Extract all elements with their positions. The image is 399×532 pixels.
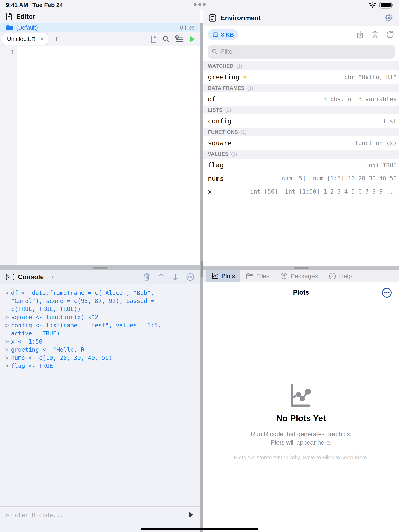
env-variable-row[interactable]: xint [50] int [1:50] 1 2 3 4 5 6 7 8 9 .… bbox=[203, 185, 399, 198]
battery-icon bbox=[379, 1, 394, 9]
env-variable-name: x bbox=[208, 188, 212, 196]
search-icon bbox=[212, 49, 218, 55]
tab-untitled1[interactable]: Untitled1.R × bbox=[2, 33, 48, 45]
trash-icon[interactable] bbox=[371, 30, 379, 39]
filter-input[interactable]: Filter bbox=[208, 45, 395, 59]
environment-plots-pane: Environment 3 KB bbox=[203, 10, 399, 532]
divider-handle[interactable] bbox=[294, 267, 309, 269]
env-section-name: LISTS bbox=[208, 107, 222, 113]
editor-title: Editor bbox=[16, 13, 35, 20]
run-input-icon[interactable] bbox=[188, 512, 194, 518]
env-variable-row[interactable]: numsnum [5] num [1:5] 10 20 30 40 50 bbox=[203, 172, 399, 185]
star-icon: ★ bbox=[242, 74, 247, 80]
editor-console-pane: Editor (Default) 0 files Untitled1.R × + bbox=[0, 10, 201, 532]
env-section-count: (1) bbox=[236, 63, 242, 69]
memory-value: 3 KB bbox=[221, 32, 234, 38]
env-variable-name: greeting bbox=[208, 73, 240, 81]
console-prompt: > bbox=[5, 354, 11, 362]
gear-icon[interactable] bbox=[384, 13, 393, 23]
tab-files[interactable]: Files bbox=[241, 270, 275, 282]
env-variable-value: num [5] num [1:5] 10 20 30 40 50 bbox=[281, 175, 397, 182]
new-file-icon[interactable] bbox=[151, 35, 157, 43]
console-code: x <- 1:50 bbox=[11, 337, 43, 346]
divider-handle[interactable] bbox=[93, 266, 108, 269]
console-code: square <- function(x) x^2 bbox=[11, 313, 98, 321]
refresh-icon[interactable] bbox=[386, 30, 394, 39]
search-icon[interactable] bbox=[162, 35, 170, 43]
terminal-icon bbox=[6, 273, 14, 280]
line-number: 1 bbox=[0, 49, 14, 56]
env-section-name: VALUES bbox=[208, 151, 228, 157]
tab-plots[interactable]: Plots bbox=[206, 270, 241, 282]
tab-label: Files bbox=[256, 272, 269, 280]
env-variable-row[interactable]: configlist bbox=[203, 114, 399, 127]
plots-panel-title: Plots bbox=[203, 289, 399, 296]
env-section-header: VALUES(3) bbox=[203, 150, 399, 158]
export-icon[interactable] bbox=[356, 30, 364, 39]
multitask-dots-icon[interactable] bbox=[194, 3, 206, 6]
console-line: >x <- 1:50 bbox=[5, 337, 197, 346]
env-variable-value: logi TRUE bbox=[365, 162, 397, 169]
pane-divider[interactable] bbox=[201, 23, 203, 532]
plots-empty-state: No Plots Yet Run R code that generates g… bbox=[203, 384, 399, 461]
chart-icon bbox=[211, 272, 219, 280]
package-icon bbox=[280, 272, 288, 280]
console-body[interactable]: >df <- data.frame(name = c("Alice", "Bob… bbox=[0, 284, 201, 532]
env-section-header: DATA FRAMES(1) bbox=[203, 83, 399, 92]
console-line: c(TRUE, TRUE, TRUE)) bbox=[5, 305, 197, 313]
panel-tab-bar: PlotsFilesPackages?Help bbox=[203, 270, 399, 282]
empty-state-title: No Plots Yet bbox=[203, 413, 399, 423]
env-variable-name: config bbox=[208, 117, 232, 125]
editor-console-divider[interactable] bbox=[0, 265, 201, 270]
folder-icon bbox=[246, 273, 254, 279]
status-icons bbox=[368, 1, 394, 9]
tab-packages[interactable]: Packages bbox=[275, 270, 323, 282]
env-variable-row[interactable]: greeting★chr "Hello, R!" bbox=[203, 70, 399, 83]
insert-icon[interactable] bbox=[175, 35, 184, 43]
pane-divider-handle[interactable] bbox=[201, 260, 203, 277]
tab-label: Untitled1.R bbox=[7, 36, 36, 42]
editor-body[interactable]: 1 bbox=[0, 46, 201, 265]
environment-variable-list: WATCHED(1)greeting★chr "Hello, R!"DATA F… bbox=[203, 62, 399, 198]
env-variable-row[interactable]: squarefunction (x) bbox=[203, 136, 399, 150]
env-section-count: (1) bbox=[225, 107, 231, 113]
arrow-up-icon[interactable] bbox=[157, 273, 165, 281]
console-prompt: > bbox=[5, 289, 11, 297]
env-section-name: FUNCTIONS bbox=[208, 129, 238, 135]
home-indicator[interactable] bbox=[140, 528, 259, 531]
wifi-icon bbox=[368, 2, 377, 8]
env-variable-row[interactable]: flaglogi TRUE bbox=[203, 158, 399, 172]
env-variable-value: function (x) bbox=[355, 140, 397, 146]
folder-icon bbox=[6, 25, 13, 31]
plots-menu-icon[interactable] bbox=[382, 287, 392, 298]
console-code: config <- list(name = "test", values = 1… bbox=[11, 321, 161, 329]
project-folder-row[interactable]: (Default) 0 files bbox=[0, 23, 201, 32]
console-input-row[interactable]: > Enter R code... bbox=[0, 507, 201, 523]
console-prompt bbox=[5, 297, 11, 305]
close-tab-icon[interactable]: × bbox=[40, 36, 44, 42]
env-variable-row[interactable]: df3 obs. of 3 variables bbox=[203, 92, 399, 106]
run-icon[interactable] bbox=[189, 35, 196, 43]
env-variable-value: int [50] int [1:50] 1 2 3 4 5 6 7 8 9 ..… bbox=[250, 188, 397, 195]
console-code: "Carol"), score = c(95, 87, 92), passed … bbox=[11, 297, 154, 305]
console-output: >df <- data.frame(name = c("Alice", "Bob… bbox=[5, 289, 197, 370]
env-variable-name: nums bbox=[208, 175, 224, 182]
console-input-placeholder[interactable]: Enter R code... bbox=[11, 512, 63, 519]
console-prompt bbox=[5, 329, 11, 337]
input-prompt: > bbox=[5, 512, 11, 519]
tab-label: Help bbox=[339, 272, 352, 280]
ellipsis-icon[interactable] bbox=[186, 272, 195, 281]
tab-help[interactable]: ?Help bbox=[323, 270, 357, 282]
console-prompt bbox=[5, 305, 11, 313]
empty-state-line2: Plots will appear here. bbox=[203, 438, 399, 447]
document-icon bbox=[6, 12, 12, 20]
new-tab-button[interactable]: + bbox=[54, 34, 59, 44]
console-prompt: > bbox=[5, 337, 11, 346]
editor-header: Editor bbox=[0, 10, 201, 23]
arrow-down-icon[interactable] bbox=[171, 273, 179, 281]
trash-icon[interactable] bbox=[143, 273, 151, 281]
empty-state-line1: Run R code that generates graphics. bbox=[203, 430, 399, 438]
editor-gutter: 1 bbox=[0, 46, 17, 265]
app-screen: 9:41 AM Tue Feb 24 Editor bbox=[0, 0, 399, 532]
env-section-header: FUNCTIONS(1) bbox=[203, 127, 399, 136]
